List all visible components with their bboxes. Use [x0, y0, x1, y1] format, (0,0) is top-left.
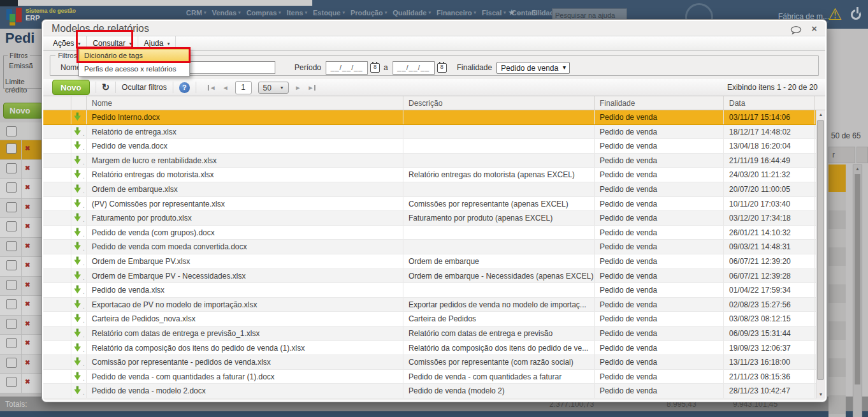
table-row[interactable]: . Pedido de venda com moeda convertida.d… [43, 240, 825, 254]
table-row[interactable]: . Relatório de entrega.xlsx Pedido de ve… [43, 125, 825, 140]
cell-data: 06/07/21 12:39:20 [724, 254, 815, 268]
download-icon [73, 156, 82, 165]
close-icon[interactable]: × [811, 23, 817, 34]
screen: Sistema de gestão ERP CRMVendasComprasIt… [0, 0, 868, 417]
table-scrollbar[interactable]: ▲ ▼ [816, 110, 825, 399]
cell-finalidade: Pedido de venda [595, 125, 724, 139]
table-row[interactable]: . Pedido de venda - com quantidades a fa… [43, 370, 825, 384]
cell-data: 21/11/23 08:15:36 [724, 370, 815, 384]
table-row[interactable]: . Pedido de venda - modelo 2.docx Pedido… [43, 384, 825, 399]
cell-nome: Pedido de venda com moeda convertida.doc… [87, 240, 403, 254]
row-download-cell[interactable]: . [71, 269, 87, 283]
last-page-button[interactable]: ► [307, 84, 315, 91]
cell-finalidade: Pedido de venda [595, 139, 724, 153]
header-nome[interactable]: Nome [87, 96, 403, 110]
row-select-cell [43, 355, 71, 369]
menu-item-dicionario-de-tags[interactable]: Dicionário de tags [79, 49, 189, 62]
scroll-thumb[interactable] [817, 120, 824, 380]
cell-nome: Carteira de Pedidos_nova.xlsx [87, 312, 403, 326]
previous-page-button[interactable]: ◄ [222, 84, 229, 91]
cell-data: 03/08/23 08:12:15 [724, 312, 815, 326]
row-download-cell[interactable]: . [71, 139, 87, 153]
row-download-cell[interactable]: . [71, 254, 87, 268]
row-select-cell [43, 197, 71, 211]
cell-finalidade: Pedido de venda [595, 254, 724, 268]
table-row[interactable]: . Pedido Interno.docx Pedido de venda 03… [43, 110, 825, 125]
cell-descricao: Comissões por representante (com razão s… [403, 355, 595, 369]
row-download-cell[interactable]: . [71, 355, 87, 369]
cell-data: 03/11/17 15:14:06 [724, 110, 815, 124]
ocultar-filtros-button[interactable]: Ocultar filtros [122, 83, 167, 92]
table-row[interactable]: . Ordem de Embarque PV.xlsx Ordem de emb… [43, 254, 825, 269]
table-row[interactable]: . Ordem de embarque.xlsx Pedido de venda… [43, 182, 825, 197]
filters-legend: Filtros [55, 52, 80, 59]
row-download-cell[interactable]: . [71, 168, 87, 182]
cell-data: 06/09/23 15:31:44 [724, 326, 815, 340]
table-row[interactable]: . Faturamento por produto.xlsx Faturamen… [43, 211, 825, 226]
scroll-up-icon[interactable]: ▲ [816, 112, 825, 117]
finalidade-select[interactable]: Pedido de venda [496, 62, 570, 74]
table-row[interactable]: . Relatório da composição dos itens do p… [43, 341, 825, 356]
dialog-titlebar: Modelos de relatórios × [43, 21, 825, 36]
table-row[interactable]: . Relatório entregas do motorista.xlsx R… [43, 168, 825, 182]
row-download-cell[interactable]: . [71, 125, 87, 139]
table-row[interactable]: . Carteira de Pedidos_nova.xlsx Carteira… [43, 312, 825, 326]
row-download-cell[interactable]: . [71, 283, 87, 297]
cell-finalidade: Pedido de venda [595, 283, 724, 297]
header-data[interactable]: Data [724, 96, 815, 110]
first-page-button[interactable]: ◄ [208, 84, 216, 91]
row-select-cell [43, 110, 71, 124]
periodo-label: Período [294, 63, 321, 72]
page-size-select[interactable]: 50 [258, 82, 289, 94]
cell-descricao: Comissões por representante (apenas EXCE… [403, 197, 595, 211]
download-icon [73, 184, 82, 193]
calendar-icon[interactable] [370, 63, 380, 73]
table-row[interactable]: . Pedido de venda (com grupos).docx Pedi… [43, 226, 825, 240]
row-download-cell[interactable]: . [71, 370, 87, 384]
cell-nome: Pedido Interno.docx [87, 110, 403, 124]
table-row[interactable]: . (PV) Comissões por representante.xlsx … [43, 197, 825, 212]
calendar-icon[interactable] [437, 63, 447, 73]
scroll-down-icon[interactable]: ▼ [816, 392, 825, 397]
row-download-cell[interactable]: . [71, 240, 87, 254]
row-download-cell[interactable]: . [71, 341, 87, 355]
cell-finalidade: Pedido de venda [595, 197, 724, 211]
row-download-cell[interactable]: . [71, 110, 87, 124]
header-descricao[interactable]: Descrição [403, 96, 595, 110]
row-download-cell[interactable]: . [71, 226, 87, 240]
row-download-cell[interactable]: . [71, 298, 87, 312]
table-row[interactable]: . Ordem de Embarque PV - Necessidades.xl… [43, 269, 825, 284]
row-download-cell[interactable]: . [71, 182, 87, 196]
next-page-button[interactable]: ► [295, 84, 301, 91]
table-row[interactable]: . Exportacao de PV no modelo de importaç… [43, 298, 825, 312]
download-icon [73, 213, 82, 222]
cell-nome: Pedido de venda - modelo 2.docx [87, 384, 403, 398]
download-icon [73, 357, 82, 366]
help-icon[interactable]: ? [179, 82, 190, 93]
row-download-cell[interactable]: . [71, 384, 87, 398]
table-row[interactable]: . Margem de lucro e rentabilidade.xlsx P… [43, 154, 825, 168]
cell-finalidade: Pedido de venda [595, 384, 724, 398]
row-download-cell[interactable]: . [71, 154, 87, 168]
header-finalidade[interactable]: Finalidade [595, 96, 724, 110]
periodo-start-input[interactable] [326, 61, 368, 75]
refresh-icon[interactable]: ↻ [102, 82, 110, 93]
periodo-end-input[interactable] [393, 61, 435, 75]
row-download-cell[interactable]: . [71, 326, 87, 340]
current-page-input[interactable]: 1 [235, 81, 252, 94]
download-icon [73, 314, 82, 323]
menu-item-perfis-de-acesso[interactable]: Perfis de acesso x relatórios [79, 62, 189, 76]
table-row[interactable]: . Pedido de venda.xlsx Pedido de venda 0… [43, 283, 825, 298]
download-icon [73, 141, 82, 150]
table-row[interactable]: . Comissão por representante - pedidos d… [43, 355, 825, 370]
cell-finalidade: Pedido de venda [595, 298, 724, 312]
row-download-cell[interactable]: . [71, 312, 87, 326]
table-row[interactable]: . Pedido de venda.docx Pedido de venda 1… [43, 139, 825, 154]
table-row[interactable]: . Relatório com datas de entrega e previ… [43, 326, 825, 341]
row-download-cell[interactable]: . [71, 197, 87, 211]
row-download-cell[interactable]: . [71, 211, 87, 225]
cell-descricao [403, 154, 595, 168]
cell-data: 28/11/23 10:42:47 [724, 384, 815, 398]
novo-button[interactable]: Novo [52, 80, 90, 95]
separator [96, 82, 96, 93]
